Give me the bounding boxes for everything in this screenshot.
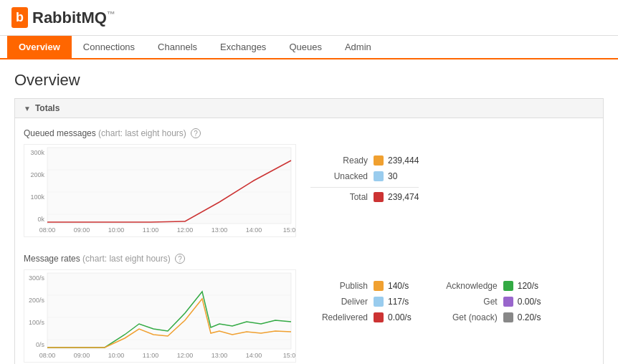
nav-item-connections[interactable]: Connections [72, 36, 146, 58]
unacked-label: Unacked [310, 171, 368, 181]
deliver-dot [374, 297, 384, 307]
publish-label: Publish [310, 281, 368, 291]
rates-stat-acknowledge: Acknowledge 120/s [433, 281, 541, 291]
acknowledge-label: Acknowledge [433, 281, 498, 291]
rates-stats: Publish 140/s Deliver 117/s Redelivered [310, 281, 541, 328]
svg-text:100/s: 100/s [29, 319, 45, 326]
totals-section: ▼ Totals Queued messages (chart: last ei… [14, 98, 604, 364]
nav-item-queues[interactable]: Queues [277, 36, 333, 58]
publish-dot [374, 281, 384, 291]
rates-chart-area: 300/s 200/s 100/s 0/s [24, 269, 296, 364]
svg-text:200/s: 200/s [29, 297, 45, 304]
svg-text:13:00: 13:00 [211, 226, 228, 234]
svg-text:0/s: 0/s [36, 341, 45, 348]
svg-text:200k: 200k [30, 171, 44, 178]
svg-text:09:00: 09:00 [74, 352, 90, 359]
rates-stat-get: Get 0.00/s [433, 297, 541, 307]
svg-text:08:00: 08:00 [39, 352, 56, 359]
total-dot [374, 192, 384, 202]
queued-chart-svg: 300k 200k 100k 0k [24, 144, 296, 237]
ready-dot [374, 155, 384, 166]
rates-chart-svg: 300/s 200/s 100/s 0/s [24, 269, 296, 363]
redelivered-dot [374, 312, 384, 322]
get-noack-dot [503, 312, 513, 322]
rates-stats-right: Acknowledge 120/s Get 0.00/s Get (noack) [433, 281, 541, 328]
queued-chart-row: 300k 200k 100k 0k [24, 144, 594, 239]
queued-chart-area: 300k 200k 100k 0k [24, 144, 296, 239]
message-rates-section: Message rates (chart: last eight hours) … [24, 254, 594, 364]
queued-stat-total: Total 239,474 [310, 192, 419, 202]
total-label: Total [310, 192, 368, 202]
queued-messages-title: Queued messages (chart: last eight hours… [24, 128, 594, 138]
svg-text:09:00: 09:00 [74, 226, 90, 234]
queued-stats-table: Ready 239,444 Unacked 30 Total [310, 155, 419, 208]
content: Overview ▼ Totals Queued messages (chart… [0, 59, 618, 364]
rates-stat-deliver: Deliver 117/s [310, 297, 412, 307]
totals-section-body: Queued messages (chart: last eight hours… [15, 118, 603, 364]
svg-text:11:00: 11:00 [143, 226, 159, 234]
svg-text:14:00: 14:00 [246, 352, 262, 359]
queued-chart-help[interactable]: ? [191, 128, 201, 138]
rates-chart-meta: (chart: last eight hours) [82, 254, 171, 264]
get-value: 0.00/s [518, 297, 541, 307]
logo: b RabbitMQ™ [11, 7, 115, 28]
deliver-value: 117/s [388, 297, 409, 307]
ready-label: Ready [310, 155, 368, 166]
svg-text:10:00: 10:00 [108, 226, 125, 234]
rates-stat-redelivered: Redelivered 0.00/s [310, 312, 412, 322]
redelivered-value: 0.00/s [388, 312, 412, 322]
svg-text:14:00: 14:00 [246, 226, 262, 234]
svg-text:12:00: 12:00 [177, 226, 194, 234]
svg-text:100k: 100k [30, 193, 44, 201]
rates-stat-publish: Publish 140/s [310, 281, 412, 291]
queued-stat-ready: Ready 239,444 [310, 155, 419, 166]
svg-rect-20 [47, 273, 291, 349]
get-noack-label: Get (noack) [433, 312, 498, 322]
get-label: Get [433, 297, 498, 307]
nav-item-channels[interactable]: Channels [146, 36, 209, 58]
svg-text:300k: 300k [30, 149, 44, 156]
unacked-dot [374, 171, 384, 181]
get-noack-value: 0.20/s [518, 312, 541, 322]
svg-text:15:00: 15:00 [283, 352, 296, 359]
redelivered-label: Redelivered [310, 312, 368, 322]
page-title: Overview [14, 71, 604, 90]
rates-chart-row: 300/s 200/s 100/s 0/s [24, 269, 594, 364]
totals-section-title: Totals [35, 103, 60, 113]
svg-rect-4 [47, 148, 291, 224]
logo-icon: b [11, 7, 28, 28]
message-rates-title: Message rates (chart: last eight hours) … [24, 254, 594, 264]
svg-text:300/s: 300/s [29, 274, 45, 282]
acknowledge-dot [503, 281, 513, 291]
nav-item-exchanges[interactable]: Exchanges [209, 36, 277, 58]
collapse-arrow-icon: ▼ [24, 105, 31, 112]
rates-stats-left: Publish 140/s Deliver 117/s Redelivered [310, 281, 412, 328]
svg-text:0k: 0k [37, 216, 44, 223]
rates-stat-get-noack: Get (noack) 0.20/s [433, 312, 541, 322]
svg-text:11:00: 11:00 [143, 352, 159, 359]
acknowledge-value: 120/s [518, 281, 538, 291]
svg-text:13:00: 13:00 [211, 352, 228, 359]
logo-text: RabbitMQ™ [32, 9, 115, 27]
unacked-value: 30 [388, 171, 397, 181]
nav-item-admin[interactable]: Admin [333, 36, 383, 58]
total-value: 239,474 [388, 192, 419, 202]
publish-value: 140/s [388, 281, 409, 291]
ready-value: 239,444 [388, 155, 419, 166]
deliver-label: Deliver [310, 297, 368, 307]
queued-messages-section: Queued messages (chart: last eight hours… [24, 128, 594, 239]
rates-chart-help[interactable]: ? [175, 254, 185, 264]
svg-text:12:00: 12:00 [177, 352, 194, 359]
svg-text:10:00: 10:00 [108, 352, 125, 359]
svg-text:08:00: 08:00 [39, 226, 56, 234]
header: b RabbitMQ™ [0, 0, 618, 36]
queued-chart-meta: (chart: last eight hours) [98, 128, 186, 138]
get-dot [503, 297, 513, 307]
nav-item-overview[interactable]: Overview [7, 36, 72, 58]
queued-stat-unacked: Unacked 30 [310, 171, 419, 181]
nav: Overview Connections Channels Exchanges … [0, 36, 618, 59]
svg-text:15:00: 15:00 [283, 226, 296, 234]
totals-section-header[interactable]: ▼ Totals [15, 99, 603, 118]
